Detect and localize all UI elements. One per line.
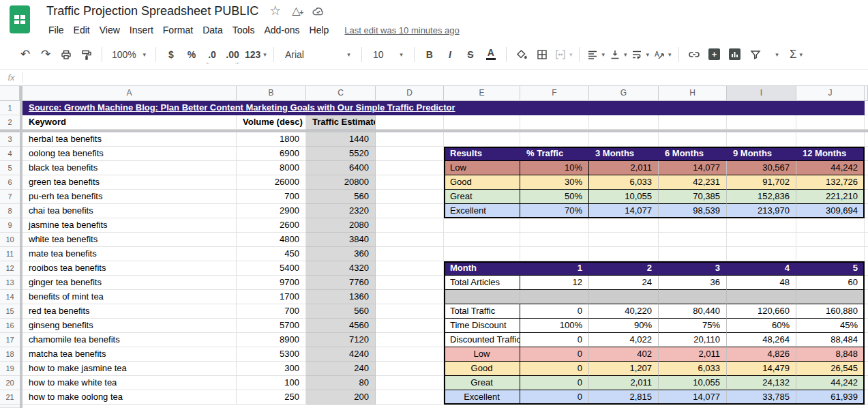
star-icon[interactable]: ☆ xyxy=(269,3,281,18)
format-percent-button[interactable]: % xyxy=(183,46,200,63)
empty-cell[interactable] xyxy=(865,290,868,304)
empty-cell[interactable] xyxy=(796,233,865,247)
volume-cell[interactable]: 6900 xyxy=(237,147,306,161)
create-filter-button[interactable] xyxy=(747,46,764,63)
row-header-18[interactable]: 18 xyxy=(0,347,20,362)
empty-cell[interactable] xyxy=(865,276,868,290)
row-header-2[interactable]: 2 xyxy=(0,115,20,130)
row-header-4[interactable]: 4 xyxy=(0,147,20,161)
volume-cell[interactable]: 9700 xyxy=(237,276,306,290)
empty-cell[interactable] xyxy=(376,233,444,247)
keyword-cell[interactable]: red tea benefits xyxy=(23,304,237,319)
month-table-label-cell[interactable]: Total Traffic xyxy=(444,304,520,319)
empty-cell[interactable] xyxy=(376,190,444,204)
column-header-B[interactable]: B xyxy=(237,86,306,101)
volume-cell[interactable]: 5300 xyxy=(237,347,306,362)
month-table-value-cell[interactable]: 0 xyxy=(520,304,589,319)
text-wrap-button[interactable]: ▾ xyxy=(631,46,649,63)
menu-tools[interactable]: Tools xyxy=(228,23,260,38)
empty-cell[interactable] xyxy=(727,115,796,130)
month-table-value-cell[interactable]: 60% xyxy=(727,319,796,333)
month-table-spacer-cell[interactable] xyxy=(444,290,520,304)
font-size-select[interactable]: 10 ▾ xyxy=(369,46,407,63)
empty-cell[interactable] xyxy=(376,276,444,290)
results-table-header-cell[interactable]: 6 Months xyxy=(659,147,727,161)
volume-cell[interactable]: 4800 xyxy=(237,233,306,247)
month-table-value-cell[interactable]: 48 xyxy=(727,276,796,290)
empty-cell[interactable] xyxy=(865,101,868,115)
empty-cell[interactable] xyxy=(444,247,520,261)
strikethrough-button[interactable]: S xyxy=(462,46,479,63)
volume-cell[interactable]: 250 xyxy=(237,390,306,405)
keyword-cell[interactable]: white tea benefits xyxy=(23,233,237,247)
month-table-value-cell[interactable]: 4,826 xyxy=(727,347,796,362)
month-table-value-cell[interactable]: 100% xyxy=(520,319,589,333)
fill-color-button[interactable] xyxy=(513,46,530,63)
text-rotation-button[interactable]: A ▾ xyxy=(653,46,672,63)
results-table-header-cell[interactable]: 3 Months xyxy=(589,147,659,161)
empty-cell[interactable] xyxy=(520,115,589,130)
empty-cell[interactable] xyxy=(376,147,444,161)
keyword-cell[interactable]: oolong tea benefits xyxy=(23,147,237,161)
row-header-15[interactable]: 15 xyxy=(0,304,20,319)
empty-cell[interactable] xyxy=(865,233,868,247)
month-table-value-cell[interactable]: 88,484 xyxy=(796,333,865,347)
volume-cell[interactable]: 5700 xyxy=(237,319,306,333)
empty-cell[interactable] xyxy=(376,376,444,390)
results-table-value-cell[interactable]: 309,694 xyxy=(796,204,865,218)
keyword-cell[interactable]: benefits of mint tea xyxy=(23,290,237,304)
empty-cell[interactable] xyxy=(865,247,868,261)
month-table-label-cell[interactable]: Total Articles xyxy=(444,276,520,290)
horizontal-align-button[interactable]: ▾ xyxy=(586,46,605,63)
print-button[interactable] xyxy=(58,46,74,63)
bold-button[interactable]: B xyxy=(421,46,438,63)
empty-cell[interactable] xyxy=(376,347,444,362)
volume-column-header-cell[interactable]: Volume (desc) xyxy=(237,115,306,130)
estimate-cell[interactable]: 200 xyxy=(306,390,376,405)
empty-cell[interactable] xyxy=(865,319,868,333)
month-table-value-cell[interactable]: 402 xyxy=(589,347,659,362)
empty-cell[interactable] xyxy=(865,132,868,147)
row-header-6[interactable]: 6 xyxy=(0,175,20,190)
empty-cell[interactable] xyxy=(659,233,727,247)
results-table-value-cell[interactable]: 14,077 xyxy=(659,161,727,175)
row-header-5[interactable]: 5 xyxy=(0,161,20,175)
column-header-D[interactable]: D xyxy=(376,86,444,101)
menu-format[interactable]: Format xyxy=(158,23,198,38)
month-table-value-cell[interactable]: 2,011 xyxy=(659,347,727,362)
column-header-I[interactable]: I xyxy=(727,86,796,101)
empty-cell[interactable] xyxy=(796,115,865,130)
empty-cell[interactable] xyxy=(865,175,868,190)
document-status-cloud-icon[interactable] xyxy=(312,5,325,16)
results-table-value-cell[interactable]: 132,726 xyxy=(796,175,865,190)
month-table-value-cell[interactable]: 61,939 xyxy=(796,390,865,405)
last-edit-link[interactable]: Last edit was 10 minutes ago xyxy=(344,25,459,35)
empty-cell[interactable] xyxy=(376,304,444,319)
results-table-value-cell[interactable]: 14,077 xyxy=(589,204,659,218)
volume-cell[interactable]: 700 xyxy=(237,304,306,319)
column-header-G[interactable]: G xyxy=(589,86,659,101)
month-table-value-cell[interactable]: 0 xyxy=(520,390,589,405)
estimate-cell[interactable]: 6400 xyxy=(306,161,376,175)
month-table-value-cell[interactable]: 12 xyxy=(520,276,589,290)
menu-help[interactable]: Help xyxy=(305,23,334,38)
month-table-label-cell[interactable]: Great xyxy=(444,376,520,390)
month-table-value-cell[interactable]: 36 xyxy=(659,276,727,290)
estimate-cell[interactable]: 2080 xyxy=(306,218,376,233)
row-header-3[interactable]: 3 xyxy=(0,132,20,147)
month-table-label-cell[interactable]: Excellent xyxy=(444,390,520,405)
month-table-value-cell[interactable]: 160,880 xyxy=(796,304,865,319)
empty-cell[interactable] xyxy=(865,115,868,130)
row-header-20[interactable]: 20 xyxy=(0,376,20,390)
row-header-19[interactable]: 19 xyxy=(0,362,20,376)
volume-cell[interactable]: 1700 xyxy=(237,290,306,304)
month-table-value-cell[interactable]: 44,242 xyxy=(796,376,865,390)
insert-chart-button[interactable] xyxy=(727,46,743,63)
results-table-value-cell[interactable]: 70,385 xyxy=(659,190,727,204)
empty-cell[interactable] xyxy=(376,115,444,130)
keyword-cell[interactable]: chamomile tea benefits xyxy=(23,333,237,347)
estimate-cell[interactable]: 1440 xyxy=(306,132,376,147)
empty-cell[interactable] xyxy=(865,204,868,218)
keyword-cell[interactable]: ginseng benefits xyxy=(23,319,237,333)
empty-cell[interactable] xyxy=(865,333,868,347)
